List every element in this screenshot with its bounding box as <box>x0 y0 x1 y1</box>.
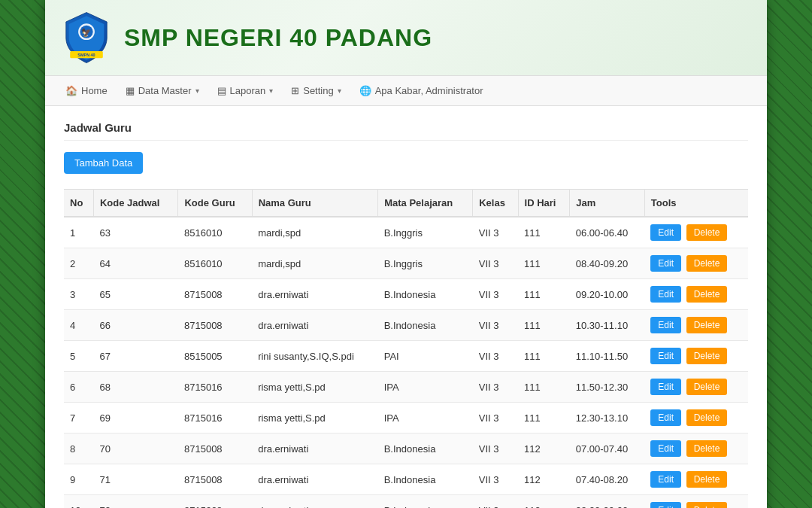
cell-kelas: VII 3 <box>473 372 518 403</box>
table-row: 8 70 8715008 dra.erniwati B.Indonesia VI… <box>64 433 748 464</box>
cell-id-hari: 111 <box>518 279 570 310</box>
user-icon: 🌐 <box>359 85 371 96</box>
svg-text:🦅: 🦅 <box>81 27 92 38</box>
cell-id-hari: 111 <box>518 248 570 279</box>
nav-laporan[interactable]: ▤ Laporan ▾ <box>208 78 283 104</box>
delete-button[interactable]: Delete <box>686 440 728 457</box>
cell-tools: Edit Delete <box>644 372 748 403</box>
cell-jam: 11.50-12.30 <box>570 372 645 403</box>
table-row: 5 67 8515005 rini susanty,S.IQ,S.pdi PAI… <box>64 341 748 372</box>
cell-no: 6 <box>64 372 93 403</box>
cell-nama-guru: dra.erniwati <box>252 310 378 341</box>
cell-jam: 06.00-06.40 <box>570 217 645 248</box>
cell-mata-pelajaran: B.Indonesia <box>378 464 473 495</box>
edit-button[interactable]: Edit <box>650 224 681 241</box>
edit-button[interactable]: Edit <box>650 317 681 333</box>
table-row: 9 71 8715008 dra.erniwati B.Indonesia VI… <box>64 464 748 495</box>
edit-button[interactable]: Edit <box>650 379 681 395</box>
table-row: 4 66 8715008 dra.erniwati B.Indonesia VI… <box>64 310 748 341</box>
table-body: 1 63 8516010 mardi,spd B.Inggris VII 3 1… <box>64 217 748 508</box>
cell-kode-jadwal: 63 <box>93 217 178 248</box>
delete-button[interactable]: Delete <box>686 379 728 395</box>
cell-kode-guru: 8516010 <box>178 248 252 279</box>
col-jam: Jam <box>570 190 645 217</box>
nav-home-label: Home <box>81 85 108 96</box>
svg-text:SMPN 40: SMPN 40 <box>77 53 95 57</box>
delete-button[interactable]: Delete <box>686 224 728 241</box>
delete-button[interactable]: Delete <box>686 471 728 488</box>
page-title: Jadwal Guru <box>64 121 748 141</box>
home-icon: 🏠 <box>65 85 77 96</box>
add-data-button[interactable]: Tambah Data <box>64 152 143 174</box>
col-kode-jadwal: Kode Jadwal <box>93 190 178 217</box>
cell-no: 9 <box>64 464 93 495</box>
cell-nama-guru: rini susanty,S.IQ,S.pdi <box>252 341 378 372</box>
setting-icon: ⊞ <box>291 85 299 96</box>
edit-button[interactable]: Edit <box>650 255 681 272</box>
cell-mata-pelajaran: B.Indonesia <box>378 495 473 509</box>
cell-id-hari: 112 <box>518 495 570 509</box>
cell-no: 3 <box>64 279 93 310</box>
cell-kode-guru: 8715008 <box>178 464 252 495</box>
table-header: No Kode Jadwal Kode Guru Nama Guru Mata … <box>64 190 748 217</box>
cell-jam: 07.00-07.40 <box>570 433 645 464</box>
cell-nama-guru: mardi,spd <box>252 217 378 248</box>
header-title: SMP NEGERI 40 PADANG <box>124 24 432 52</box>
cell-kelas: VII 3 <box>473 495 518 509</box>
table-row: 6 68 8715016 risma yetti,S.pd IPA VII 3 … <box>64 372 748 403</box>
cell-kelas: VII 3 <box>473 279 518 310</box>
edit-button[interactable]: Edit <box>650 286 681 303</box>
cell-kelas: VII 3 <box>473 403 518 433</box>
cell-nama-guru: mardi,spd <box>252 248 378 279</box>
cell-jam: 08.20-09.00 <box>570 495 645 509</box>
delete-button[interactable]: Delete <box>686 409 728 426</box>
table-row: 10 72 8715008 dra.erniwati B.Indonesia V… <box>64 495 748 509</box>
table-row: 2 64 8516010 mardi,spd B.Inggris VII 3 1… <box>64 248 748 279</box>
cell-no: 5 <box>64 341 93 372</box>
cell-jam: 11.10-11.50 <box>570 341 645 372</box>
cell-id-hari: 111 <box>518 217 570 248</box>
cell-kode-jadwal: 65 <box>93 279 178 310</box>
cell-mata-pelajaran: B.Inggris <box>378 217 473 248</box>
cell-kode-guru: 8715008 <box>178 495 252 509</box>
col-kode-guru: Kode Guru <box>178 190 252 217</box>
edit-button[interactable]: Edit <box>650 440 681 457</box>
delete-button[interactable]: Delete <box>686 255 728 272</box>
edit-button[interactable]: Edit <box>650 348 681 364</box>
delete-button[interactable]: Delete <box>686 286 728 303</box>
table-row: 3 65 8715008 dra.erniwati B.Indonesia VI… <box>64 279 748 310</box>
cell-kode-guru: 8715008 <box>178 310 252 341</box>
edit-button[interactable]: Edit <box>650 502 681 508</box>
nav-data-master[interactable]: ▦ Data Master ▾ <box>117 78 208 104</box>
cell-kode-jadwal: 71 <box>93 464 178 495</box>
cell-id-hari: 112 <box>518 433 570 464</box>
edit-button[interactable]: Edit <box>650 471 681 488</box>
delete-button[interactable]: Delete <box>686 502 728 508</box>
cell-kode-jadwal: 67 <box>93 341 178 372</box>
cell-kode-guru: 8715008 <box>178 433 252 464</box>
cell-tools: Edit Delete <box>644 495 748 509</box>
table-row: 7 69 8715016 risma yetti,S.pd IPA VII 3 … <box>64 403 748 433</box>
delete-button[interactable]: Delete <box>686 348 728 364</box>
delete-button[interactable]: Delete <box>686 317 728 333</box>
cell-nama-guru: dra.erniwati <box>252 464 378 495</box>
cell-no: 10 <box>64 495 93 509</box>
col-id-hari: ID Hari <box>518 190 570 217</box>
nav-user[interactable]: 🌐 Apa Kabar, Administrator <box>350 78 492 104</box>
edit-button[interactable]: Edit <box>650 409 681 426</box>
cell-nama-guru: dra.erniwati <box>252 495 378 509</box>
cell-kelas: VII 3 <box>473 341 518 372</box>
nav-home[interactable]: 🏠 Home <box>56 78 117 104</box>
cell-kode-jadwal: 70 <box>93 433 178 464</box>
cell-kelas: VII 3 <box>473 310 518 341</box>
nav-setting[interactable]: ⊞ Setting ▾ <box>282 78 350 104</box>
school-logo: 🦅 SMPN 40 <box>60 11 113 64</box>
cell-jam: 10.30-11.10 <box>570 310 645 341</box>
cell-id-hari: 111 <box>518 310 570 341</box>
cell-mata-pelajaran: IPA <box>378 372 473 403</box>
cell-kode-jadwal: 68 <box>93 372 178 403</box>
cell-kelas: VII 3 <box>473 217 518 248</box>
col-no: No <box>64 190 93 217</box>
cell-no: 4 <box>64 310 93 341</box>
cell-kode-jadwal: 64 <box>93 248 178 279</box>
